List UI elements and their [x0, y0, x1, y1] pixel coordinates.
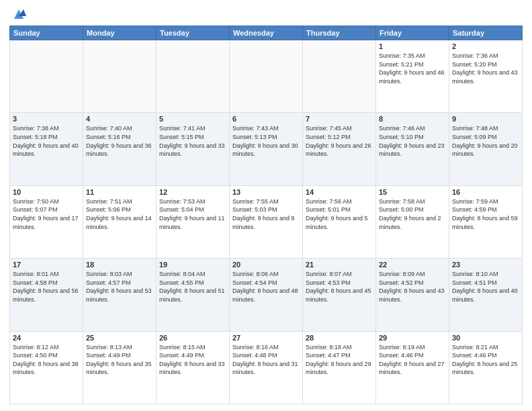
day-number: 27 — [232, 334, 300, 342]
day-info: Sunrise: 8:10 AM Sunset: 4:51 PM Dayligh… — [452, 270, 519, 304]
calendar-cell: 6Sunrise: 7:43 AM Sunset: 5:13 PM Daylig… — [230, 113, 303, 185]
calendar-cell: 24Sunrise: 8:12 AM Sunset: 4:50 PM Dayli… — [10, 331, 83, 404]
calendar-week-3: 10Sunrise: 7:50 AM Sunset: 5:07 PM Dayli… — [10, 185, 523, 258]
day-info: Sunrise: 8:12 AM Sunset: 4:50 PM Dayligh… — [13, 343, 80, 377]
day-number: 11 — [86, 188, 153, 196]
calendar-cell: 4Sunrise: 7:40 AM Sunset: 5:16 PM Daylig… — [83, 113, 157, 185]
calendar-cell: 22Sunrise: 8:09 AM Sunset: 4:52 PM Dayli… — [376, 259, 449, 331]
calendar-cell: 18Sunrise: 8:03 AM Sunset: 4:57 PM Dayli… — [83, 259, 157, 331]
calendar-table: SundayMondayTuesdayWednesdayThursdayFrid… — [9, 26, 523, 404]
calendar-cell — [10, 40, 83, 113]
day-info: Sunrise: 8:06 AM Sunset: 4:54 PM Dayligh… — [232, 270, 300, 304]
calendar-cell: 12Sunrise: 7:53 AM Sunset: 5:04 PM Dayli… — [157, 185, 230, 258]
day-number: 24 — [13, 334, 80, 342]
calendar-header-wednesday: Wednesday — [230, 26, 303, 40]
day-number: 12 — [159, 188, 226, 196]
day-number: 4 — [86, 115, 153, 123]
day-info: Sunrise: 7:45 AM Sunset: 5:12 PM Dayligh… — [306, 124, 373, 158]
day-info: Sunrise: 7:55 AM Sunset: 5:03 PM Dayligh… — [232, 197, 300, 231]
page: SundayMondayTuesdayWednesdayThursdayFrid… — [0, 0, 532, 411]
calendar-cell — [83, 40, 157, 113]
day-number: 21 — [306, 261, 373, 269]
calendar-header-monday: Monday — [83, 26, 157, 40]
calendar-cell: 13Sunrise: 7:55 AM Sunset: 5:03 PM Dayli… — [230, 185, 303, 258]
calendar-cell: 21Sunrise: 8:07 AM Sunset: 4:53 PM Dayli… — [303, 259, 376, 331]
day-info: Sunrise: 7:46 AM Sunset: 5:10 PM Dayligh… — [379, 124, 446, 158]
day-info: Sunrise: 7:43 AM Sunset: 5:13 PM Dayligh… — [232, 124, 300, 158]
calendar-cell: 14Sunrise: 7:56 AM Sunset: 5:01 PM Dayli… — [303, 185, 376, 258]
calendar-cell: 2Sunrise: 7:36 AM Sunset: 5:20 PM Daylig… — [449, 40, 523, 113]
day-info: Sunrise: 7:51 AM Sunset: 5:06 PM Dayligh… — [86, 197, 153, 231]
day-number: 26 — [159, 334, 226, 342]
calendar-cell — [157, 40, 230, 113]
day-number: 23 — [452, 261, 519, 269]
day-info: Sunrise: 7:38 AM Sunset: 5:18 PM Dayligh… — [13, 124, 80, 158]
calendar-cell: 29Sunrise: 8:19 AM Sunset: 4:46 PM Dayli… — [376, 331, 449, 404]
day-number: 1 — [379, 42, 446, 50]
calendar-cell: 11Sunrise: 7:51 AM Sunset: 5:06 PM Dayli… — [83, 185, 157, 258]
calendar-cell: 7Sunrise: 7:45 AM Sunset: 5:12 PM Daylig… — [303, 113, 376, 185]
calendar-cell: 26Sunrise: 8:15 AM Sunset: 4:49 PM Dayli… — [157, 331, 230, 404]
day-info: Sunrise: 8:13 AM Sunset: 4:49 PM Dayligh… — [86, 343, 153, 377]
logo — [9, 7, 26, 21]
calendar-header-sunday: Sunday — [10, 26, 83, 40]
day-info: Sunrise: 7:40 AM Sunset: 5:16 PM Dayligh… — [86, 124, 153, 158]
calendar-cell: 19Sunrise: 8:04 AM Sunset: 4:55 PM Dayli… — [157, 259, 230, 331]
day-number: 14 — [306, 188, 373, 196]
day-info: Sunrise: 8:19 AM Sunset: 4:46 PM Dayligh… — [379, 343, 446, 377]
day-number: 3 — [13, 115, 80, 123]
day-info: Sunrise: 8:01 AM Sunset: 4:58 PM Dayligh… — [13, 270, 80, 304]
calendar-cell: 20Sunrise: 8:06 AM Sunset: 4:54 PM Dayli… — [230, 259, 303, 331]
calendar-header-row: SundayMondayTuesdayWednesdayThursdayFrid… — [10, 26, 523, 40]
day-info: Sunrise: 7:53 AM Sunset: 5:04 PM Dayligh… — [159, 197, 226, 231]
calendar-cell: 5Sunrise: 7:41 AM Sunset: 5:15 PM Daylig… — [157, 113, 230, 185]
calendar-week-2: 3Sunrise: 7:38 AM Sunset: 5:18 PM Daylig… — [10, 113, 523, 185]
calendar-cell: 30Sunrise: 8:21 AM Sunset: 4:46 PM Dayli… — [449, 331, 523, 404]
calendar-cell: 3Sunrise: 7:38 AM Sunset: 5:18 PM Daylig… — [10, 113, 83, 185]
day-info: Sunrise: 7:35 AM Sunset: 5:21 PM Dayligh… — [379, 52, 446, 85]
day-number: 20 — [232, 261, 300, 269]
day-info: Sunrise: 8:15 AM Sunset: 4:49 PM Dayligh… — [159, 343, 226, 377]
day-info: Sunrise: 7:59 AM Sunset: 4:59 PM Dayligh… — [452, 197, 519, 231]
day-number: 15 — [379, 188, 446, 196]
logo-icon — [11, 7, 26, 21]
calendar-week-5: 24Sunrise: 8:12 AM Sunset: 4:50 PM Dayli… — [10, 331, 523, 404]
calendar-cell: 15Sunrise: 7:58 AM Sunset: 5:00 PM Dayli… — [376, 185, 449, 258]
calendar-header-thursday: Thursday — [303, 26, 376, 40]
day-number: 17 — [13, 261, 80, 269]
day-info: Sunrise: 7:50 AM Sunset: 5:07 PM Dayligh… — [13, 197, 80, 231]
day-number: 28 — [306, 334, 373, 342]
header — [9, 7, 523, 21]
day-number: 25 — [86, 334, 153, 342]
day-number: 16 — [452, 188, 519, 196]
day-number: 18 — [86, 261, 153, 269]
day-number: 19 — [159, 261, 226, 269]
day-number: 13 — [232, 188, 300, 196]
day-number: 2 — [452, 42, 519, 50]
calendar-body: 1Sunrise: 7:35 AM Sunset: 5:21 PM Daylig… — [10, 40, 523, 404]
calendar-cell — [303, 40, 376, 113]
day-number: 7 — [306, 115, 373, 123]
calendar-cell: 16Sunrise: 7:59 AM Sunset: 4:59 PM Dayli… — [449, 185, 523, 258]
calendar-header-tuesday: Tuesday — [157, 26, 230, 40]
day-number: 6 — [232, 115, 300, 123]
day-number: 29 — [379, 334, 446, 342]
day-info: Sunrise: 8:21 AM Sunset: 4:46 PM Dayligh… — [452, 343, 519, 377]
calendar-cell: 1Sunrise: 7:35 AM Sunset: 5:21 PM Daylig… — [376, 40, 449, 113]
calendar-cell: 23Sunrise: 8:10 AM Sunset: 4:51 PM Dayli… — [449, 259, 523, 331]
day-info: Sunrise: 7:48 AM Sunset: 5:09 PM Dayligh… — [452, 124, 519, 158]
day-number: 30 — [452, 334, 519, 342]
calendar-cell: 25Sunrise: 8:13 AM Sunset: 4:49 PM Dayli… — [83, 331, 157, 404]
calendar-header-saturday: Saturday — [449, 26, 523, 40]
calendar-cell: 8Sunrise: 7:46 AM Sunset: 5:10 PM Daylig… — [376, 113, 449, 185]
day-info: Sunrise: 8:04 AM Sunset: 4:55 PM Dayligh… — [159, 270, 226, 304]
day-number: 22 — [379, 261, 446, 269]
calendar-cell: 9Sunrise: 7:48 AM Sunset: 5:09 PM Daylig… — [449, 113, 523, 185]
day-info: Sunrise: 8:03 AM Sunset: 4:57 PM Dayligh… — [86, 270, 153, 304]
calendar-cell: 28Sunrise: 8:18 AM Sunset: 4:47 PM Dayli… — [303, 331, 376, 404]
calendar-cell: 17Sunrise: 8:01 AM Sunset: 4:58 PM Dayli… — [10, 259, 83, 331]
day-info: Sunrise: 8:16 AM Sunset: 4:48 PM Dayligh… — [232, 343, 300, 377]
day-number: 5 — [159, 115, 226, 123]
day-info: Sunrise: 8:07 AM Sunset: 4:53 PM Dayligh… — [306, 270, 373, 304]
day-number: 10 — [13, 188, 80, 196]
